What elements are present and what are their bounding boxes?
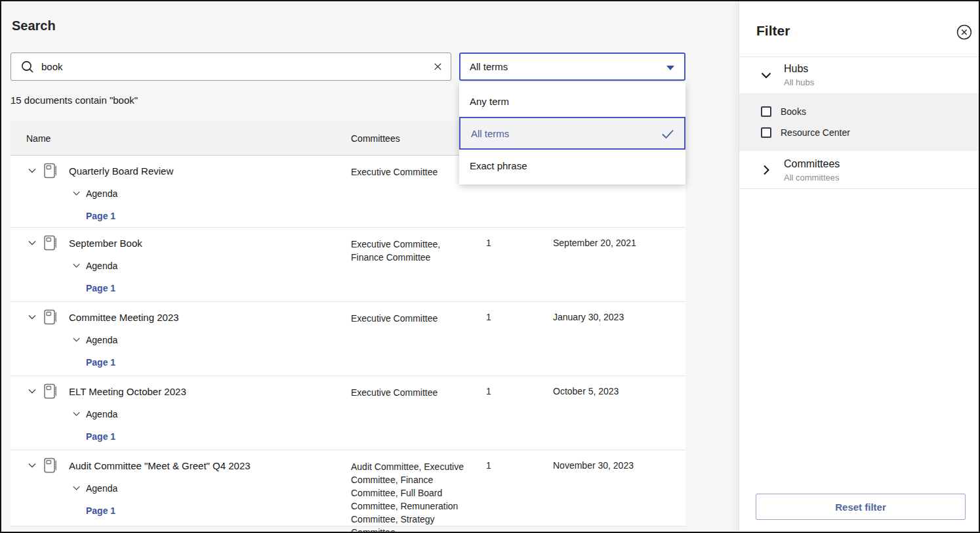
book-icon xyxy=(43,383,58,402)
filter-section-hubs[interactable]: Hubs All hubs xyxy=(739,56,980,93)
section-label[interactable]: Agenda xyxy=(86,335,117,345)
row-committees: Audit Committee, Executive Committee, Fi… xyxy=(351,460,474,533)
row-date: September 20, 2021 xyxy=(553,238,636,248)
filter-section-title: Hubs xyxy=(784,63,808,75)
chevron-down-icon[interactable] xyxy=(71,483,81,496)
table-row: Committee Meeting 2023 Executive Committ… xyxy=(10,302,685,376)
book-icon xyxy=(43,309,58,328)
document-title[interactable]: September Book xyxy=(69,238,142,249)
page-link[interactable]: Page 1 xyxy=(86,283,115,293)
page-link[interactable]: Page 1 xyxy=(86,357,115,368)
filter-section-committees[interactable]: Committees All committees xyxy=(739,151,980,188)
caret-down-icon xyxy=(666,66,674,70)
row-committees: Executive Committee, Finance Committee xyxy=(351,238,474,264)
search-bar xyxy=(10,53,451,81)
chevron-down-icon[interactable] xyxy=(27,460,37,473)
close-icon[interactable] xyxy=(956,24,972,42)
row-committees: Executive Committee xyxy=(351,312,474,325)
chevron-down-icon[interactable] xyxy=(27,386,37,399)
search-input[interactable] xyxy=(41,61,424,72)
divider xyxy=(739,188,980,189)
filter-section-subtitle: All hubs xyxy=(784,77,814,87)
row-date: January 30, 2023 xyxy=(553,312,624,322)
row-date: November 30, 2023 xyxy=(553,460,634,471)
match-mode-select[interactable]: All terms xyxy=(459,53,685,81)
match-mode-menu: Any term All terms Exact phrase xyxy=(459,82,685,184)
document-title[interactable]: Quarterly Board Review xyxy=(69,165,173,177)
filter-option-resource-center[interactable]: Resource Center xyxy=(761,127,850,138)
filter-section-title: Committees xyxy=(784,158,840,170)
checkbox-books[interactable] xyxy=(761,106,771,117)
row-pages: 1 xyxy=(486,238,491,248)
column-header-name: Name xyxy=(26,133,51,144)
chevron-down-icon[interactable] xyxy=(27,312,37,325)
row-pages: 1 xyxy=(486,460,491,471)
table-row: September Book Executive Committee, Fina… xyxy=(10,228,685,302)
filter-section-subtitle: All committees xyxy=(784,173,840,182)
page-title: Search xyxy=(12,18,56,33)
menu-option-label: Exact phrase xyxy=(470,160,527,171)
hub-options-group: Books Resource Center xyxy=(739,93,980,151)
row-committees: Executive Committee xyxy=(351,386,474,399)
chevron-down-icon[interactable] xyxy=(27,165,37,179)
page-link[interactable]: Page 1 xyxy=(86,431,115,442)
section-label[interactable]: Agenda xyxy=(86,188,117,199)
page-link[interactable]: Page 1 xyxy=(86,211,115,221)
chevron-down-icon[interactable] xyxy=(759,68,773,85)
menu-option-any-term[interactable]: Any term xyxy=(459,85,685,117)
section-label[interactable]: Agenda xyxy=(86,261,117,271)
book-icon xyxy=(43,234,58,254)
menu-option-all-terms[interactable]: All terms xyxy=(459,117,685,150)
filter-title: Filter xyxy=(756,23,790,39)
document-title[interactable]: Audit Committee "Meet & Greet" Q4 2023 xyxy=(69,460,251,471)
book-icon xyxy=(43,162,58,182)
document-title[interactable]: ELT Meeting October 2023 xyxy=(69,386,186,397)
chevron-down-icon[interactable] xyxy=(27,238,37,251)
menu-option-exact-phrase[interactable]: Exact phrase xyxy=(459,150,685,181)
search-screen: Search All terms 15 documents contain "b… xyxy=(0,0,980,533)
results-summary: 15 documents contain "book" xyxy=(10,95,138,106)
menu-option-label: Any term xyxy=(470,96,509,107)
chevron-right-icon[interactable] xyxy=(759,163,773,180)
checkbox-resource-center[interactable] xyxy=(761,127,771,138)
chevron-down-icon[interactable] xyxy=(71,261,81,273)
book-icon xyxy=(43,457,58,477)
section-label[interactable]: Agenda xyxy=(86,409,117,419)
search-icon xyxy=(20,60,35,74)
filter-option-books[interactable]: Books xyxy=(761,106,806,117)
table-row: Audit Committee "Meet & Greet" Q4 2023 A… xyxy=(10,450,685,526)
row-pages: 1 xyxy=(486,312,491,322)
row-committees: Executive Committee xyxy=(351,165,474,179)
filter-panel: Filter Hubs All hubs Books Resource Cent… xyxy=(739,1,980,533)
clear-search-icon[interactable] xyxy=(424,53,451,80)
menu-option-label: All terms xyxy=(471,128,509,139)
chevron-down-icon[interactable] xyxy=(71,335,81,347)
section-label[interactable]: Agenda xyxy=(86,483,117,494)
check-icon xyxy=(661,128,675,142)
page-link[interactable]: Page 1 xyxy=(86,505,115,516)
reset-filter-button[interactable]: Reset filter xyxy=(756,494,966,520)
checkbox-label: Books xyxy=(781,106,806,117)
column-header-committees: Committees xyxy=(351,133,400,144)
row-pages: 1 xyxy=(486,386,491,396)
document-title[interactable]: Committee Meeting 2023 xyxy=(69,312,179,323)
table-row: ELT Meeting October 2023 Executive Commi… xyxy=(10,376,685,450)
row-date: October 5, 2023 xyxy=(553,386,619,396)
checkbox-label: Resource Center xyxy=(781,127,850,138)
chevron-down-icon[interactable] xyxy=(71,409,81,421)
chevron-down-icon[interactable] xyxy=(71,188,81,201)
match-mode-selected-value: All terms xyxy=(470,61,508,72)
